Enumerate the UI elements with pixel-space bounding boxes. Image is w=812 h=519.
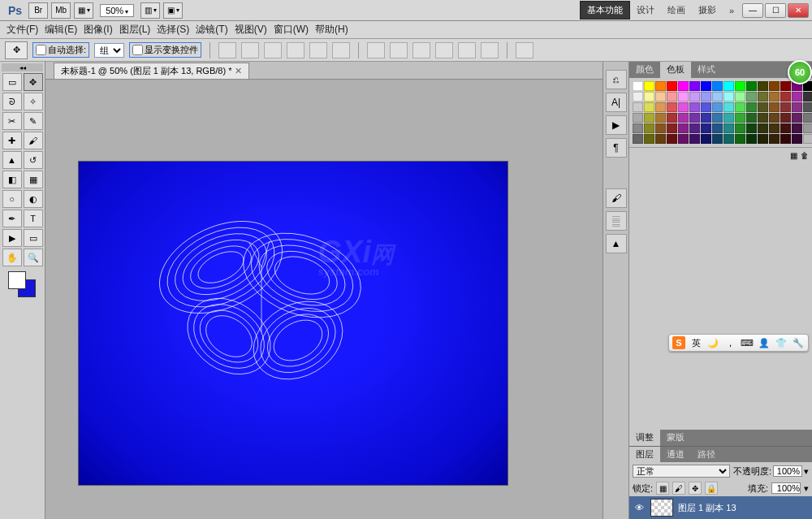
swatch-cell[interactable] bbox=[655, 92, 666, 102]
align-vcenter-button[interactable] bbox=[241, 42, 259, 58]
dodge-tool[interactable]: ◐ bbox=[24, 190, 43, 208]
swatch-cell[interactable] bbox=[803, 102, 812, 112]
swatch-cell[interactable] bbox=[689, 123, 700, 133]
swatch-cell[interactable] bbox=[644, 134, 654, 144]
swatch-cell[interactable] bbox=[701, 92, 711, 102]
swatch-cell[interactable] bbox=[712, 113, 723, 123]
swatch-cell[interactable] bbox=[633, 123, 643, 133]
swatch-cell[interactable] bbox=[780, 102, 791, 112]
workspace-painting[interactable]: 绘画 bbox=[663, 2, 690, 19]
opacity-dropdown-icon[interactable]: ▾ bbox=[804, 466, 809, 477]
align-left-button[interactable] bbox=[287, 42, 304, 58]
swatch-cell[interactable] bbox=[746, 102, 757, 112]
window-maximize-button[interactable]: ☐ bbox=[765, 3, 786, 18]
align-hcenter-button[interactable] bbox=[309, 42, 327, 58]
swatch-cell[interactable] bbox=[769, 92, 780, 102]
swatch-cell[interactable] bbox=[701, 102, 711, 112]
bridge-button[interactable]: Br bbox=[28, 2, 48, 19]
path-selection-tool[interactable]: ▶ bbox=[2, 229, 22, 247]
blur-tool[interactable]: ○ bbox=[2, 190, 22, 208]
menu-image[interactable]: 图像(I) bbox=[80, 23, 115, 37]
swatch-cell[interactable] bbox=[678, 113, 689, 123]
ime-moon-icon[interactable]: 🌙 bbox=[706, 336, 719, 349]
brush-panel-icon[interactable]: 🖌 bbox=[606, 188, 627, 208]
swatch-cell[interactable] bbox=[644, 92, 654, 102]
swatch-cell[interactable] bbox=[667, 113, 677, 123]
swatch-cell[interactable] bbox=[803, 134, 812, 144]
swatch-cell[interactable] bbox=[746, 123, 757, 133]
type-tool[interactable]: T bbox=[24, 210, 43, 227]
swatch-cell[interactable] bbox=[644, 113, 654, 123]
swatch-cell[interactable] bbox=[780, 134, 791, 144]
swatch-cell[interactable] bbox=[723, 113, 734, 123]
opacity-input[interactable] bbox=[773, 465, 802, 477]
distribute-bottom-button[interactable] bbox=[412, 42, 430, 58]
menu-file[interactable]: 文件(F) bbox=[3, 23, 41, 37]
swatch-cell[interactable] bbox=[644, 123, 654, 133]
distribute-right-button[interactable] bbox=[481, 42, 499, 58]
layer-row-selected[interactable]: 👁 图层 1 副本 13 bbox=[629, 496, 812, 519]
pen-tool[interactable]: ✒ bbox=[2, 210, 22, 227]
swatch-cell[interactable] bbox=[735, 102, 745, 112]
swatch-cell[interactable] bbox=[803, 113, 812, 123]
swatch-cell[interactable] bbox=[769, 134, 780, 144]
arrange-documents-button[interactable]: ▥ bbox=[140, 2, 160, 19]
align-bottom-button[interactable] bbox=[264, 42, 282, 58]
new-swatch-icon[interactable]: ▦ bbox=[790, 151, 797, 160]
swatch-cell[interactable] bbox=[689, 134, 700, 144]
swatch-cell[interactable] bbox=[792, 123, 802, 133]
toolbox-collapse[interactable]: ◂◂ bbox=[2, 63, 43, 71]
swatch-cell[interactable] bbox=[735, 123, 745, 133]
ime-comma-icon[interactable]: ， bbox=[723, 336, 736, 349]
swatch-cell[interactable] bbox=[644, 81, 654, 91]
swatch-cell[interactable] bbox=[792, 102, 802, 112]
swatch-cell[interactable] bbox=[758, 113, 768, 123]
swatch-cell[interactable] bbox=[701, 134, 711, 144]
swatch-cell[interactable] bbox=[769, 81, 780, 91]
crop-tool[interactable]: ✂ bbox=[2, 112, 22, 130]
swatch-cell[interactable] bbox=[758, 81, 768, 91]
swatch-cell[interactable] bbox=[735, 134, 745, 144]
swatch-cell[interactable] bbox=[803, 123, 812, 133]
distribute-top-button[interactable] bbox=[367, 42, 385, 58]
auto-select-target[interactable]: 组 bbox=[94, 43, 124, 58]
eyedropper-tool[interactable]: ✎ bbox=[24, 112, 43, 130]
swatch-cell[interactable] bbox=[723, 102, 734, 112]
lock-transparent-icon[interactable]: ▦ bbox=[656, 482, 669, 495]
fill-dropdown-icon[interactable]: ▾ bbox=[804, 483, 809, 494]
swatch-cell[interactable] bbox=[746, 92, 757, 102]
swatch-cell[interactable] bbox=[667, 123, 677, 133]
shape-tool[interactable]: ▭ bbox=[24, 229, 43, 247]
swatch-cell[interactable] bbox=[655, 81, 666, 91]
window-minimize-button[interactable]: — bbox=[742, 3, 763, 18]
lasso-tool[interactable]: ᘐ bbox=[2, 93, 22, 110]
ime-skin-icon[interactable]: 👕 bbox=[775, 336, 788, 349]
workspace-photography[interactable]: 摄影 bbox=[693, 2, 721, 19]
swatch-cell[interactable] bbox=[678, 81, 689, 91]
layer-thumbnail[interactable] bbox=[650, 499, 673, 517]
move-tool[interactable]: ✥ bbox=[24, 73, 43, 91]
swatch-cell[interactable] bbox=[780, 123, 791, 133]
swatch-cell[interactable] bbox=[712, 123, 723, 133]
close-tab-icon[interactable]: ✕ bbox=[235, 66, 242, 76]
menu-select[interactable]: 选择(S) bbox=[153, 23, 192, 37]
lock-position-icon[interactable]: ✥ bbox=[689, 482, 702, 495]
zoom-tool[interactable]: 🔍 bbox=[24, 249, 43, 266]
tab-masks[interactable]: 蒙版 bbox=[660, 430, 691, 446]
move-tool-icon[interactable]: ✥ bbox=[5, 41, 28, 59]
ime-toolbar[interactable]: S 英 🌙 ， ⌨ 👤 👕 🔧 bbox=[668, 334, 809, 352]
swatch-cell[interactable] bbox=[758, 102, 768, 112]
swatch-cell[interactable] bbox=[655, 113, 666, 123]
ime-tool-icon[interactable]: 🔧 bbox=[792, 336, 805, 349]
blend-mode-select[interactable]: 正常 bbox=[633, 465, 730, 478]
screen-mode-button[interactable]: ▣ bbox=[163, 2, 183, 19]
swatch-cell[interactable] bbox=[723, 81, 734, 91]
lock-all-icon[interactable]: 🔒 bbox=[705, 482, 718, 495]
distribute-vcenter-button[interactable] bbox=[390, 42, 408, 58]
tab-paths[interactable]: 路径 bbox=[691, 447, 722, 462]
sogou-icon[interactable]: S bbox=[672, 336, 685, 349]
show-transform-checkbox[interactable]: 显示变换控件 bbox=[129, 42, 201, 58]
swatch-cell[interactable] bbox=[735, 92, 745, 102]
workspace-current[interactable]: 基本功能 bbox=[580, 1, 630, 19]
color-swatches[interactable] bbox=[6, 271, 39, 301]
